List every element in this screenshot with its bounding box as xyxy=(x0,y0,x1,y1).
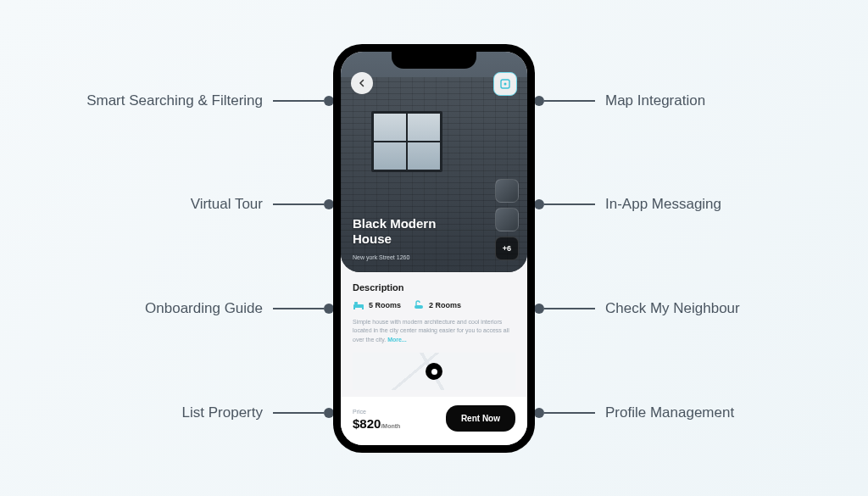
more-link[interactable]: More... xyxy=(387,337,407,343)
property-title: Black Modern House xyxy=(353,216,454,247)
property-address: New york Street 1260 xyxy=(353,254,409,260)
mini-map[interactable] xyxy=(353,353,515,390)
price-value: $820 xyxy=(353,416,381,431)
feature-list-property: List Property xyxy=(172,404,334,421)
callout-line xyxy=(544,203,595,205)
chevron-left-icon xyxy=(358,79,366,87)
description-heading: Description xyxy=(353,282,515,293)
stat-bedrooms: 5 Rooms xyxy=(353,299,401,311)
price-line: $820/Month xyxy=(353,416,400,432)
feature-label: Check My Neighbour xyxy=(595,300,750,317)
callout-dot xyxy=(534,304,544,314)
feature-map-integration: Map Integration xyxy=(534,92,715,109)
price-suffix: /Month xyxy=(381,423,400,429)
callout-line xyxy=(544,100,595,102)
feature-label: Smart Searching & Filtering xyxy=(76,92,273,109)
callout-line xyxy=(273,412,324,414)
map-icon xyxy=(499,78,511,90)
callout-dot xyxy=(534,199,544,209)
back-button[interactable] xyxy=(351,72,373,94)
bath-icon xyxy=(413,299,425,311)
feature-profile: Profile Management xyxy=(534,404,744,421)
svg-rect-3 xyxy=(353,307,355,309)
property-body: Description 5 Rooms 2 Rooms xyxy=(341,272,527,391)
callout-line xyxy=(544,308,595,309)
price-label: Price xyxy=(353,409,400,415)
svg-rect-4 xyxy=(362,307,364,309)
description-body: Simple house with modern architecture an… xyxy=(353,319,509,343)
callout-line xyxy=(273,203,324,205)
feature-label: Onboarding Guide xyxy=(135,300,273,317)
map-button[interactable] xyxy=(493,72,517,96)
callout-line xyxy=(544,412,595,414)
callout-line xyxy=(273,100,324,102)
feature-diagram: Smart Searching & Filtering Virtual Tour… xyxy=(0,0,868,496)
photo-thumb-more[interactable]: +6 xyxy=(495,237,519,260)
rent-now-button[interactable]: Rent Now xyxy=(446,405,515,432)
bed-icon xyxy=(353,299,364,311)
callout-dot xyxy=(534,408,544,418)
svg-rect-5 xyxy=(354,302,358,304)
map-pin-icon xyxy=(426,363,442,380)
stat-bathrooms-value: 2 Rooms xyxy=(429,301,461,309)
svg-point-1 xyxy=(504,82,507,85)
feature-label: Profile Management xyxy=(595,404,744,421)
feature-neighbour: Check My Neighbour xyxy=(534,300,750,317)
description-text: Simple house with modern architecture an… xyxy=(353,318,515,345)
feature-virtual-tour: Virtual Tour xyxy=(181,196,334,213)
property-hero: Black Modern House New york Street 1260 … xyxy=(341,52,527,272)
price-block: Price $820/Month xyxy=(353,409,400,432)
feature-label: List Property xyxy=(172,404,273,421)
svg-rect-6 xyxy=(415,305,423,309)
stat-bedrooms-value: 5 Rooms xyxy=(369,301,401,309)
stat-bathrooms: 2 Rooms xyxy=(413,299,461,311)
phone-screen: Black Modern House New york Street 1260 … xyxy=(341,52,527,445)
feature-smart-search: Smart Searching & Filtering xyxy=(76,92,334,109)
feature-messaging: In-App Messaging xyxy=(534,196,732,213)
feature-label: Virtual Tour xyxy=(181,196,273,213)
property-stats: 5 Rooms 2 Rooms xyxy=(353,299,515,311)
feature-label: In-App Messaging xyxy=(595,196,732,213)
photo-thumb[interactable] xyxy=(495,179,519,203)
photo-thumb[interactable] xyxy=(495,208,519,231)
bottom-bar: Price $820/Month Rent Now xyxy=(341,397,527,445)
phone-frame: Black Modern House New york Street 1260 … xyxy=(333,44,535,453)
feature-onboarding: Onboarding Guide xyxy=(135,300,334,317)
callout-line xyxy=(273,308,324,309)
phone-notch xyxy=(392,52,476,69)
photo-thumbnails: +6 xyxy=(495,179,519,260)
callout-dot xyxy=(534,96,544,106)
feature-label: Map Integration xyxy=(595,92,715,109)
